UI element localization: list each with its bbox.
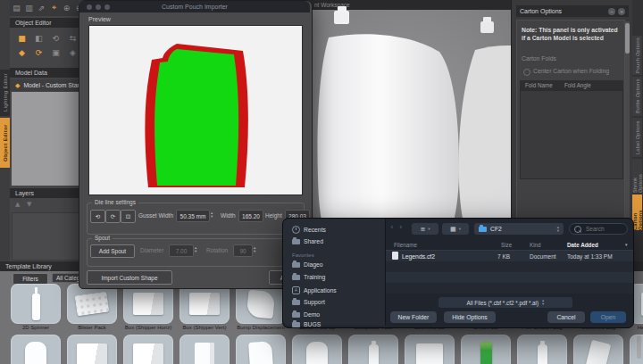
tool-move-icon[interactable]: ■ <box>16 32 28 44</box>
folder-icon <box>292 300 300 305</box>
stepper-down-icon[interactable]: ▾ <box>195 250 196 253</box>
tool-material-icon[interactable]: ◆ <box>16 46 28 58</box>
picker-tool-icon[interactable]: ⌖ <box>48 2 60 13</box>
template-tile[interactable] <box>292 335 342 364</box>
diameter-label: Diameter <box>140 247 163 253</box>
tab-shrink-options[interactable]: Shrink Options <box>632 159 642 193</box>
template-tile[interactable] <box>236 284 286 324</box>
sidebar-item-applications[interactable]: A Applications <box>292 286 337 294</box>
template-label: 2D Spinner <box>7 325 64 330</box>
hide-options-button[interactable]: Hide Options <box>444 311 496 323</box>
import-custom-shape-button[interactable]: Import Custom Shape <box>87 270 172 285</box>
rotation-input[interactable]: 90 <box>233 244 253 257</box>
stepper-down-icon: ▾ <box>542 302 544 306</box>
file-kind: Document <box>530 253 556 260</box>
tool-spin-icon[interactable]: ⟳ <box>33 46 45 58</box>
open-button[interactable]: Open <box>590 311 626 323</box>
template-tile[interactable] <box>348 335 398 364</box>
stepper-down-icon[interactable]: ▾ <box>254 250 255 253</box>
clock-icon <box>292 226 300 234</box>
sidebar-item-bugs[interactable]: BUGS <box>292 321 321 327</box>
col-size[interactable]: Size <box>501 242 512 248</box>
diameter-stepper[interactable]: ▴ ▾ <box>195 244 196 255</box>
sidebar-item-shared[interactable]: Shared <box>292 238 323 244</box>
sidebar-item-support[interactable]: Support <box>292 299 325 305</box>
file-list-stripe <box>386 272 633 283</box>
sidebar-item-training[interactable]: Training <box>292 274 325 280</box>
tool-mirror-icon[interactable]: ⇆ <box>67 32 79 44</box>
template-tile[interactable] <box>517 335 567 364</box>
width-input[interactable]: 165.20 <box>238 210 263 222</box>
template-tile[interactable] <box>180 284 230 324</box>
col-date-added[interactable]: Date Added <box>567 242 598 248</box>
template-tile[interactable] <box>573 335 623 364</box>
redo-shape-button[interactable]: ⟳ <box>105 210 121 223</box>
list-view-button[interactable]: ≡ ▾ <box>412 223 438 235</box>
tab-pouch-options[interactable]: Pouch Options <box>632 36 642 75</box>
document-icon <box>392 252 398 260</box>
sidebar-item-recents[interactable]: Recents <box>292 226 326 234</box>
template-tile[interactable] <box>405 335 455 364</box>
new-document-icon[interactable]: ▤ <box>11 2 22 13</box>
template-tile[interactable] <box>236 335 286 364</box>
layer-down-icon[interactable]: ▼ <box>27 201 31 208</box>
folder-icon <box>292 312 300 318</box>
undo-shape-button[interactable]: ⟲ <box>90 210 105 223</box>
template-tile[interactable] <box>11 284 61 324</box>
tool-select-icon[interactable]: ▣ <box>50 46 62 58</box>
fit-shape-button[interactable]: ⊡ <box>121 210 136 223</box>
model-cube-icon: ◆ <box>15 82 20 89</box>
tool-rotate-icon[interactable]: ⟲ <box>50 32 62 44</box>
diameter-input[interactable]: 7.00 <box>169 244 194 257</box>
col-kind[interactable]: Kind <box>530 242 541 248</box>
stepper-down-icon[interactable]: ▾ <box>211 215 213 219</box>
file-type-filter[interactable]: All Files (*.cbf *.cf2 *.pdf *.ai) ▴ ▾ <box>438 297 572 308</box>
template-tile[interactable] <box>11 335 61 364</box>
gusset-width-label: Gusset Width <box>138 212 173 219</box>
location-dropdown[interactable]: CF2 ▴ ▾ <box>474 223 564 235</box>
layer-up-icon[interactable]: ▲ <box>15 201 20 208</box>
col-filename[interactable]: Filename <box>394 242 417 248</box>
tab-label-options[interactable]: Label Options <box>632 118 642 157</box>
cancel-button[interactable]: Cancel <box>547 311 585 323</box>
new-folder-button[interactable]: New Folder <box>390 311 437 323</box>
zoom-in-icon[interactable]: ⊕ <box>61 2 72 13</box>
fold-table-body[interactable] <box>520 90 623 179</box>
template-tile[interactable] <box>461 335 511 364</box>
export-icon[interactable]: ⇗ <box>36 2 47 13</box>
tool-diamond-icon[interactable]: ◈ <box>67 46 79 58</box>
fold-name-col[interactable]: Fold Name <box>525 82 553 88</box>
template-tile[interactable] <box>123 284 173 324</box>
sidebar-label: Diageo <box>304 261 323 268</box>
library-icon[interactable]: ▥ <box>23 2 35 13</box>
rotation-stepper[interactable]: ▴ ▾ <box>254 244 255 255</box>
fold-angle-col[interactable]: Fold Angle <box>564 82 591 88</box>
template-tile[interactable] <box>123 335 173 364</box>
gusset-stepper[interactable]: ▴ ▾ <box>211 210 213 220</box>
sidebar-item-diageo[interactable]: Diageo <box>292 261 323 268</box>
tab-object-editor[interactable]: Object Editor <box>0 118 10 168</box>
search-input[interactable] <box>584 225 623 233</box>
template-scrollbar[interactable] <box>637 335 641 359</box>
search-field[interactable] <box>569 223 628 235</box>
thumb-carton <box>195 343 214 364</box>
tab-bottle-options[interactable]: Bottle Options <box>632 77 642 116</box>
close-panel-icon[interactable]: × <box>618 8 625 15</box>
sort-direction-icon[interactable]: ▾ <box>625 242 628 247</box>
detach-panel-icon[interactable]: − <box>608 8 615 15</box>
template-tile[interactable] <box>180 335 230 364</box>
grid-view-button[interactable]: ▦ ▾ <box>442 223 469 235</box>
template-tile[interactable] <box>67 284 117 324</box>
center-carton-radio[interactable] <box>523 69 530 76</box>
gusset-width-input[interactable]: 50.35 mm <box>176 210 210 222</box>
tool-scale-icon[interactable]: ◧ <box>33 32 45 44</box>
application-window: nt Workspace Lighting Editor Object Edit… <box>0 0 643 364</box>
carton-scrollbar-thumb[interactable] <box>625 23 630 54</box>
add-spout-button[interactable]: Add Spout <box>90 244 135 258</box>
tab-lighting-editor[interactable]: Lighting Editor <box>0 70 10 116</box>
forward-icon[interactable]: › <box>399 222 403 231</box>
template-tile[interactable] <box>67 335 117 364</box>
sidebar-item-demo[interactable]: Demo <box>292 311 320 318</box>
thumb-pouch <box>25 342 46 364</box>
back-icon[interactable]: ‹ <box>390 222 394 231</box>
